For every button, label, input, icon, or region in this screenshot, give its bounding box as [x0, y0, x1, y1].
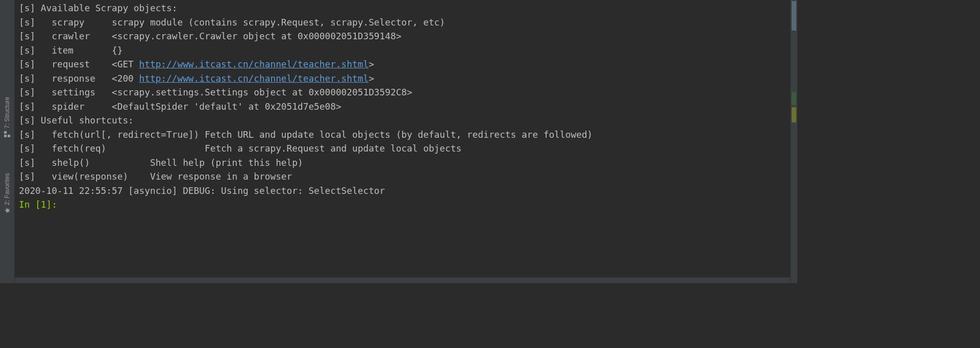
console-line: 2020-10-11 22:55:57 [asyncio] DEBUG: Usi…	[19, 184, 786, 198]
svg-rect-2	[8, 135, 10, 138]
console-line: [s] scrapy scrapy module (contains scrap…	[19, 15, 786, 30]
tool-tab-structure[interactable]: 7: Structure	[0, 87, 14, 148]
console-line: [s] fetch(req) Fetch a scrapy.Request an…	[19, 141, 786, 156]
console-line: [s] spider <DefaultSpider 'default' at 0…	[19, 100, 786, 114]
left-tool-rail: 7: Structure 2: Favorites	[0, 0, 15, 283]
console-line: In [1]:	[19, 197, 786, 212]
console-line: [s] Available Scrapy objects:	[19, 1, 786, 15]
console-line: [s] shelp() Shell help (print this help)	[19, 156, 786, 170]
svg-rect-1	[4, 132, 7, 134]
ide-root: 7: Structure 2: Favorites [s] Available …	[0, 0, 797, 283]
url-link[interactable]: http://www.itcast.cn/channel/teacher.sht…	[139, 73, 369, 84]
console-line: [s] fetch(url[, redirect=True]) Fetch UR…	[19, 128, 786, 142]
editor-scrollbar[interactable]	[790, 0, 797, 283]
star-icon	[4, 207, 11, 214]
svg-rect-0	[4, 135, 7, 138]
console-line: [s] response <200 http://www.itcast.cn/c…	[19, 71, 786, 86]
gutter-marker[interactable]	[792, 107, 796, 122]
tool-tab-favorites[interactable]: 2: Favorites	[0, 163, 14, 225]
structure-icon	[4, 131, 11, 138]
console-line: [s] item {}	[19, 43, 786, 58]
ipython-in-prompt: In [1]:	[19, 199, 63, 210]
console-line: [s] request <GET http://www.itcast.cn/ch…	[19, 57, 786, 71]
gutter-marker[interactable]	[792, 92, 796, 105]
console-line: [s] crawler <scrapy.crawler.Crawler obje…	[19, 29, 786, 43]
console-output[interactable]: [s] Available Scrapy objects:[s] scrapy …	[15, 0, 790, 277]
console-panel: [s] Available Scrapy objects:[s] scrapy …	[15, 0, 790, 283]
tool-tab-favorites-label: 2: Favorites	[4, 173, 11, 206]
console-line: [s] Useful shortcuts:	[19, 113, 786, 128]
url-link[interactable]: http://www.itcast.cn/channel/teacher.sht…	[139, 59, 369, 69]
console-line: [s] settings <scrapy.settings.Settings o…	[19, 85, 786, 100]
console-line: [s] view(response) View response in a br…	[19, 169, 786, 184]
gutter-marker[interactable]	[792, 1, 796, 31]
bottom-gutter	[15, 277, 790, 283]
tool-tab-structure-label: 7: Structure	[4, 97, 11, 129]
